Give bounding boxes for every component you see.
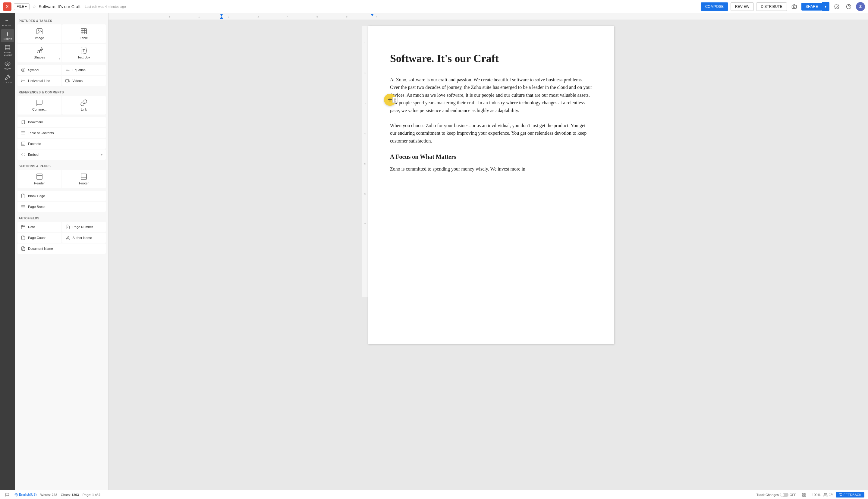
ruler: 1 1 2 3 4 5 6 7 [109,13,868,20]
insert-table-item[interactable]: Table [62,24,106,43]
page-break-label: Page Break [28,205,45,208]
sidebar-item-format[interactable]: FORMAT [1,16,14,29]
share-dropdown-arrow[interactable]: ▾ [822,2,829,11]
svg-point-86 [824,493,826,495]
track-changes-toggle[interactable]: Track Changes OFF [757,493,796,497]
topbar: × FILE ▾ ☆ Software. It's our Craft Last… [0,0,868,13]
document-area[interactable]: 1 1 2 3 4 5 6 7 1 2 3 [109,13,868,490]
insert-author-name-item[interactable]: Author Name [62,233,106,243]
sidebar-item-view[interactable]: VIEW [1,59,14,72]
share-button[interactable]: SHARE [802,3,822,11]
svg-rect-20 [39,51,42,53]
insert-page-break-item[interactable]: Page Break [17,202,106,212]
insert-toc-item[interactable]: Table of Contents [17,128,106,138]
insert-document-name-item[interactable]: Document Name [17,243,106,254]
svg-rect-84 [803,495,804,496]
page-content: Software. It's our Craft At Zoho, softwa… [390,50,592,173]
svg-point-18 [37,51,39,53]
insert-blank-page-item[interactable]: Blank Page [17,191,106,201]
videos-label: Videos [73,79,83,83]
footnote-label: Footnote [28,142,41,146]
grid-view-button[interactable] [799,490,809,499]
insert-shapes-item[interactable]: Shapes ▾ [17,44,61,62]
svg-rect-47 [21,226,25,229]
insert-embed-item[interactable]: Embed ▾ [17,149,106,160]
camera-icon[interactable] [789,2,799,11]
svg-rect-42 [81,174,86,179]
insert-horizontal-line-item[interactable]: Horizontal Line [17,76,61,86]
last-edit-timestamp: Last edit was 4 minutes ago [85,5,126,9]
avatar[interactable]: Z [856,2,865,11]
page-number-label: Page Number [73,225,93,229]
svg-text:1: 1 [169,15,170,18]
insert-footnote-item[interactable]: Footnote [17,138,106,149]
compose-button[interactable]: COMPOSE [701,2,728,11]
language-indicator[interactable]: English(US) [14,493,37,497]
collaborators-count[interactable]: (0) [823,492,833,497]
svg-point-52 [67,236,69,238]
review-button[interactable]: REVIEW [731,2,754,11]
svg-text:4: 4 [364,132,366,135]
document-page[interactable]: Software. It's our Craft At Zoho, softwa… [368,26,614,344]
insert-equation-item[interactable]: Equation [62,65,106,75]
svg-point-10 [7,63,9,65]
document-title: Software. It's our Craft [39,4,81,9]
sidebar-item-insert[interactable]: INSERT [1,29,14,42]
svg-point-12 [38,30,39,31]
insert-link-item[interactable]: Link [62,96,106,114]
file-menu-button[interactable]: FILE ▾ [14,3,29,10]
svg-rect-67 [362,26,368,297]
insert-videos-item[interactable]: Videos [62,76,106,86]
table-label: Table [80,36,88,40]
insert-footer-item[interactable]: Footer [62,170,106,188]
insert-comment-item[interactable]: Comme... [17,96,61,114]
insert-bookmark-item[interactable]: Bookmark [17,117,106,127]
shapes-label: Shapes [34,56,45,59]
svg-text:Ω: Ω [22,69,24,71]
close-button[interactable]: × [3,2,11,11]
star-icon[interactable]: ☆ [32,4,36,9]
svg-text:2: 2 [228,15,229,18]
sidebar-item-tools[interactable]: TOOLS [1,73,14,86]
cursor-bubble[interactable] [384,94,396,106]
feedback-button[interactable]: FEEDBACK [836,492,864,498]
insert-page-number-item[interactable]: 1 Page Number [62,222,106,232]
insert-image-item[interactable]: Image [17,24,61,43]
shapes-dropdown-arrow: ▾ [59,58,60,60]
svg-rect-85 [804,495,806,496]
page-count-label: Page Count [28,236,46,240]
distribute-button[interactable]: DISTRIBUTE [756,2,787,11]
section-sections-pages: SECTIONS & PAGES [17,162,106,170]
insert-date-item[interactable]: Date [17,222,61,232]
svg-text:1: 1 [364,42,366,45]
track-changes-label: Track Changes [757,493,779,497]
insert-textbox-item[interactable]: Text Box [62,44,106,62]
toc-label: Table of Contents [28,131,54,135]
symbol-label: Symbol [28,68,39,72]
svg-text:2: 2 [364,72,366,75]
svg-marker-19 [40,48,43,50]
help-icon[interactable] [844,2,854,11]
track-changes-switch[interactable] [780,493,788,497]
left-navigation: FORMAT INSERT PAGE LAYOUT VIEW TOOLS [0,13,15,490]
comment-status-button[interactable] [4,491,11,498]
svg-rect-13 [81,29,86,34]
header-label: Header [34,181,45,185]
insert-header-item[interactable]: Header [17,170,61,188]
insert-page-count-item[interactable]: Page Count [17,233,61,243]
insert-symbol-item[interactable]: Ω Symbol [17,65,61,75]
embed-label: Embed [28,153,39,156]
svg-rect-40 [37,174,42,179]
svg-text:4: 4 [287,15,289,18]
sidebar-item-page-layout[interactable]: PAGE LAYOUT [1,43,14,59]
blank-page-label: Blank Page [28,194,45,198]
document-heading: Software. It's our Craft [390,50,592,68]
settings-icon[interactable] [832,2,842,11]
svg-text:6: 6 [346,15,347,18]
zoom-level[interactable]: 100% [812,493,820,497]
link-label: Link [81,108,87,111]
svg-point-1 [793,6,795,8]
svg-text:1: 1 [198,15,200,18]
svg-text:5: 5 [364,162,366,165]
file-dropdown-arrow: ▾ [25,4,27,9]
